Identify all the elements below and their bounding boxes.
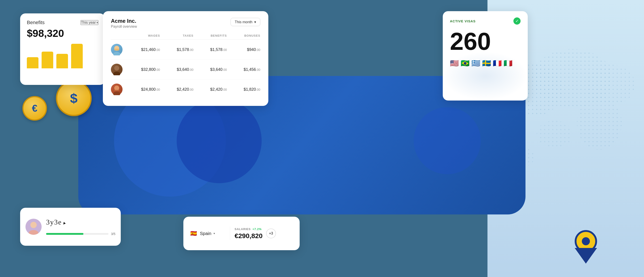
salaries-amount: €290,820 <box>234 232 262 240</box>
flag-brazil: 🇧🇷 <box>461 59 470 67</box>
benefits-card: Benefits This year ▾ $98,320 <box>20 13 105 85</box>
country-name: Spain <box>200 231 211 236</box>
svg-point-16 <box>114 86 119 90</box>
taxes-1: $1,578.00 <box>160 47 194 52</box>
svg-point-13 <box>114 66 119 71</box>
svg-rect-17 <box>114 90 120 91</box>
wages-2: $32,800.00 <box>126 67 160 72</box>
payroll-table-header: WAGES TAXES BENEFITS BONUSES <box>111 34 260 40</box>
flag-italy: 🇮🇹 <box>504 59 512 67</box>
pin-inner-circle <box>582 237 590 245</box>
svg-point-5 <box>577 96 622 150</box>
benefits-1: $1,578.00 <box>194 47 227 52</box>
visas-card: ACTIVE VISAS ✓ 260 🇺🇸 🇧🇷 🇬🇷 🇸🇪 🇫🇷 🇮🇹 <box>443 11 528 100</box>
avatar <box>111 64 126 75</box>
col-bonuses: BONUSES <box>227 34 260 37</box>
chevron-down-icon: ▾ <box>254 20 256 24</box>
band-circle-2 <box>177 98 262 183</box>
flag-greece: 🇬🇷 <box>471 59 480 67</box>
signature-text: 3y3e <box>46 218 62 226</box>
flag-sweden: 🇸🇪 <box>482 59 491 67</box>
benefits-2: $3,640.00 <box>194 67 227 72</box>
visas-title: ACTIVE VISAS <box>450 19 476 23</box>
visas-count: 260 <box>450 29 520 54</box>
chevron-down-icon: ▾ <box>96 21 98 24</box>
spain-salaries-card: 🇪🇸 Spain ▾ SALARIES +7.2% €290,820 +3 <box>183 217 300 250</box>
svg-point-19 <box>30 222 37 228</box>
benefits-3: $2,420.00 <box>194 87 227 92</box>
wages-1: $21,460.00 <box>126 47 160 52</box>
bar-4 <box>71 44 83 68</box>
flags-row: 🇺🇸 🇧🇷 🇬🇷 🇸🇪 🇫🇷 🇮🇹 <box>450 59 520 67</box>
svg-point-12 <box>113 72 120 75</box>
svg-point-4 <box>537 121 572 147</box>
bonuses-3: $1,820.00 <box>227 87 260 92</box>
salaries-info: SALARIES +7.2% €290,820 <box>234 227 262 240</box>
payroll-company: Acme Inc. <box>111 18 137 24</box>
country-selector[interactable]: 🇪🇸 Spain ▾ <box>190 230 226 238</box>
spain-flag: 🇪🇸 <box>190 230 198 238</box>
more-countries-button[interactable]: +3 <box>266 229 276 238</box>
dollar-coin: $ <box>56 80 92 116</box>
benefits-period-button[interactable]: This year ▾ <box>80 20 98 25</box>
dollar-symbol: $ <box>70 91 77 106</box>
col-taxes: TAXES <box>160 34 194 37</box>
location-pin <box>572 230 599 264</box>
chevron-down-icon: ▾ <box>214 232 215 235</box>
flag-usa: 🇺🇸 <box>450 59 459 67</box>
wages-3: $24,800.00 <box>126 87 160 92</box>
flag-france: 🇫🇷 <box>493 59 502 67</box>
bar-1 <box>27 57 38 68</box>
svg-point-15 <box>113 92 120 95</box>
period-dropdown-button[interactable]: This month ▾ <box>230 18 260 26</box>
payroll-table: WAGES TAXES BENEFITS BONUSES $21,460.00 … <box>111 34 260 99</box>
cursor-icon <box>63 222 66 225</box>
bonuses-1: $940.00 <box>227 47 260 52</box>
benefits-title: Benefits <box>27 20 45 25</box>
benefits-amount: $98,320 <box>27 27 98 39</box>
svg-point-8 <box>113 52 120 55</box>
avatar <box>111 44 126 55</box>
taxes-3: $2,420.00 <box>160 87 194 92</box>
euro-symbol: € <box>32 103 37 114</box>
band-circle-3 <box>414 107 481 174</box>
table-row: $24,800.00 $2,420.00 $2,420.00 $1,820.00 <box>111 79 260 99</box>
table-row: $32,800.00 $3,640.00 $3,640.00 $1,456.00 <box>111 60 260 79</box>
progress-count: 3/5 <box>111 232 116 236</box>
period-button-label: This month <box>235 20 252 24</box>
signature-content: 3y3e 3/5 <box>46 218 116 236</box>
bonuses-2: $1,456.00 <box>227 67 260 72</box>
payroll-subtitle: Payroll overview <box>111 24 137 28</box>
taxes-2: $3,640.00 <box>160 67 194 72</box>
table-row: $21,460.00 $1,578.00 $1,578.00 $940.00 <box>111 40 260 60</box>
divider <box>230 227 230 240</box>
euro-coin: € <box>22 96 47 121</box>
signature-progress: 3/5 <box>46 232 116 236</box>
salaries-label: SALARIES <box>234 227 251 231</box>
avatar <box>111 83 126 95</box>
signature-card: 3y3e 3/5 <box>20 208 121 246</box>
progress-fill <box>46 233 84 235</box>
progress-bar <box>46 233 108 235</box>
check-icon: ✓ <box>514 17 520 24</box>
col-benefits: BENEFITS <box>194 34 227 37</box>
payroll-card: Acme Inc. Payroll overview This month ▾ … <box>103 11 268 106</box>
salaries-percentage: +7.2% <box>252 227 262 231</box>
bar-2 <box>42 52 53 68</box>
bar-3 <box>56 54 68 68</box>
svg-rect-10 <box>114 49 119 50</box>
col-wages: WAGES <box>126 34 160 37</box>
benefits-bar-chart <box>27 44 98 68</box>
signer-avatar <box>26 219 42 235</box>
map-background <box>443 51 528 100</box>
benefits-period-label: This year <box>81 20 96 24</box>
pin-tail <box>575 248 597 264</box>
